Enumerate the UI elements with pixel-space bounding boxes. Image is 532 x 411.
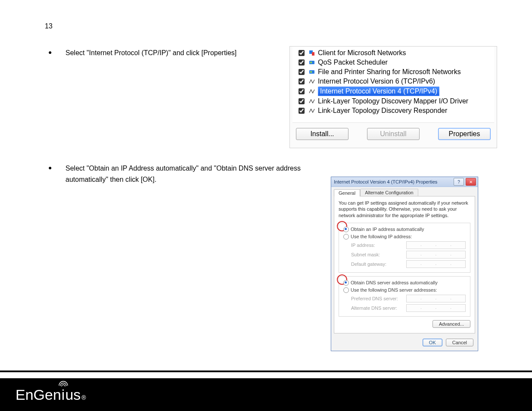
alternate-dns-input: ...: [406, 304, 466, 312]
component-label: Internet Protocol Version 6 (TCP/IPv6): [318, 78, 435, 85]
field-label: Default gateway:: [351, 262, 403, 267]
protocol-icon: [308, 88, 315, 95]
ip-address-input: ...: [406, 241, 466, 249]
component-tcpipv6[interactable]: Internet Protocol Version 6 (TCP/IPv6): [293, 77, 493, 86]
component-checkbox[interactable]: [299, 78, 305, 84]
protocol-icon: [308, 78, 315, 85]
field-label: Preferred DNS server:: [351, 296, 403, 301]
radio-use-following-ip[interactable]: Use the following IP address:: [343, 234, 466, 240]
radio-icon: [343, 287, 349, 293]
radio-icon: [343, 227, 349, 232]
svg-rect-1: [312, 52, 314, 56]
component-checkbox[interactable]: [299, 59, 305, 65]
component-tcpipv4[interactable]: Internet Protocol Version 4 (TCP/IPv4): [293, 86, 493, 97]
component-label: Link-Layer Topology Discovery Mapper I/O…: [318, 97, 468, 105]
component-client-ms-networks[interactable]: Client for Microsoft Networks: [293, 48, 493, 58]
dns-settings-group: Obtain DNS server address automatically …: [339, 276, 470, 317]
instruction-step-1: Select "Internet Protocol (TCP/IP)" and …: [45, 47, 236, 59]
network-components-list[interactable]: Client for Microsoft Networks QoS Packet…: [292, 47, 494, 123]
logo-text-suffix: us: [65, 386, 81, 403]
logo-text-i: i: [62, 386, 65, 403]
field-preferred-dns: Preferred DNS server: ...: [351, 295, 466, 302]
radio-icon: [343, 280, 349, 286]
default-gateway-input: ...: [406, 260, 466, 268]
radio-obtain-dns-auto[interactable]: Obtain DNS server address automatically: [343, 280, 466, 286]
network-components-panel: Client for Microsoft Networks QoS Packet…: [289, 46, 497, 148]
properties-button[interactable]: Properties: [438, 128, 491, 140]
component-checkbox[interactable]: [299, 98, 305, 104]
subnet-mask-input: ...: [406, 251, 466, 258]
registered-trademark-icon: ®: [81, 394, 86, 401]
field-default-gateway: Default gateway: ...: [351, 260, 466, 268]
dialog-title-bar[interactable]: Internet Protocol Version 4 (TCP/IPv4) P…: [331, 177, 478, 187]
component-label: File and Printer Sharing for Microsoft N…: [318, 68, 461, 76]
page-footer: EnGen i us ®: [0, 372, 532, 411]
wifi-icon: [59, 380, 68, 387]
tab-general[interactable]: General: [334, 189, 360, 196]
component-checkbox[interactable]: [299, 69, 305, 75]
help-button[interactable]: ?: [454, 178, 464, 186]
component-checkbox[interactable]: [299, 50, 305, 56]
radio-icon: [343, 234, 349, 240]
protocol-icon: [308, 98, 315, 105]
field-ip-address: IP address: ...: [351, 241, 466, 249]
dialog-body: You can get IP settings assigned automat…: [334, 196, 475, 333]
field-label: IP address:: [351, 243, 403, 248]
service-icon: [308, 68, 315, 75]
ip-settings-group: Obtain an IP address automatically Use t…: [339, 223, 470, 273]
component-lltd-responder[interactable]: Link-Layer Topology Discovery Responder: [293, 106, 493, 115]
component-label: Client for Microsoft Networks: [318, 49, 406, 57]
component-checkbox[interactable]: [299, 88, 305, 94]
dialog-tabs: General Alternate Configuration: [331, 187, 478, 196]
dialog-title: Internet Protocol Version 4 (TCP/IPv4) P…: [334, 179, 437, 184]
close-button[interactable]: ✕: [466, 178, 476, 186]
svg-rect-5: [310, 71, 312, 73]
engenius-logo: EnGen i us ®: [16, 386, 86, 403]
service-icon: [308, 59, 315, 66]
protocol-icon: [308, 107, 315, 114]
ok-button[interactable]: OK: [423, 339, 442, 346]
component-qos[interactable]: QoS Packet Scheduler: [293, 58, 493, 67]
radio-label: Use the following DNS server addresses:: [351, 287, 437, 293]
component-file-print-share[interactable]: File and Printer Sharing for Microsoft N…: [293, 67, 493, 77]
field-alternate-dns: Alternate DNS server: ...: [351, 304, 466, 312]
radio-use-following-dns[interactable]: Use the following DNS server addresses:: [343, 287, 466, 293]
radio-obtain-ip-auto[interactable]: Obtain an IP address automatically: [343, 227, 466, 232]
radio-label: Obtain an IP address automatically: [351, 227, 424, 232]
page-number: 13: [45, 22, 53, 30]
instruction-step-2: Select "Obtain an IP Address automatical…: [45, 163, 311, 185]
tab-alternate-configuration[interactable]: Alternate Configuration: [360, 189, 418, 196]
component-label: QoS Packet Scheduler: [318, 59, 388, 66]
component-label: Link-Layer Topology Discovery Responder: [318, 107, 447, 115]
preferred-dns-input: ...: [406, 295, 466, 302]
logo-text-prefix: EnGen: [16, 386, 61, 403]
tcpipv4-properties-dialog: Internet Protocol Version 4 (TCP/IPv4) P…: [331, 177, 478, 351]
svg-rect-3: [310, 62, 312, 63]
cancel-button[interactable]: Cancel: [446, 339, 473, 346]
component-label: Internet Protocol Version 4 (TCP/IPv4): [318, 87, 439, 96]
advanced-button[interactable]: Advanced...: [432, 320, 470, 328]
install-button[interactable]: Install...: [296, 128, 348, 140]
uninstall-button: Uninstall: [367, 128, 420, 140]
radio-label: Use the following IP address:: [351, 234, 412, 239]
component-lltd-mapper[interactable]: Link-Layer Topology Discovery Mapper I/O…: [293, 97, 493, 106]
component-checkbox[interactable]: [299, 108, 305, 114]
radio-label: Obtain DNS server address automatically: [351, 280, 438, 285]
field-label: Subnet mask:: [351, 252, 403, 257]
field-label: Alternate DNS server:: [351, 305, 403, 311]
dialog-intro-text: You can get IP settings assigned automat…: [339, 200, 470, 218]
client-icon: [308, 50, 315, 56]
field-subnet-mask: Subnet mask: ...: [351, 251, 466, 258]
